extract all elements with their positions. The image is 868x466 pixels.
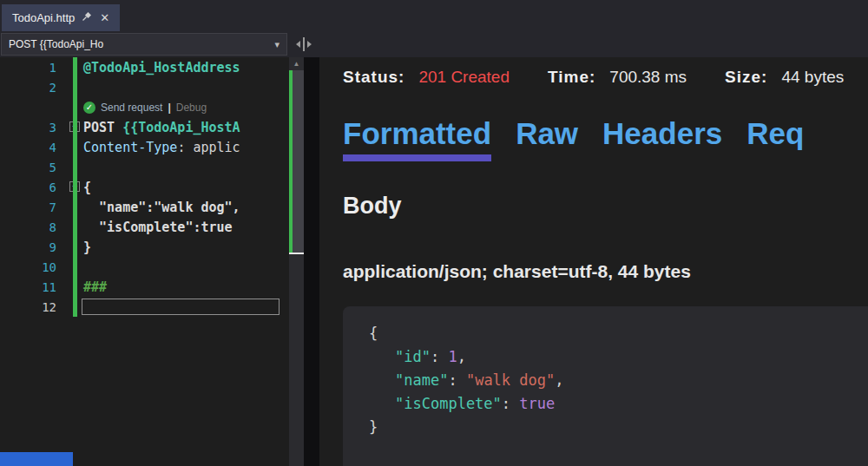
close-icon[interactable]: ✕	[98, 11, 111, 24]
pane-splitter[interactable]	[304, 57, 319, 466]
json-body-text: "name":"walk dog",	[83, 200, 240, 215]
http-variable-ref: {{TodoApi_HostA	[122, 120, 240, 135]
snippet-field-box[interactable]	[82, 299, 279, 315]
line-number: 1	[0, 61, 68, 75]
http-method: POST	[83, 120, 122, 135]
tab-raw[interactable]: Raw	[516, 116, 578, 161]
response-tabs: Formatted Raw Headers Req	[343, 116, 868, 161]
document-tab-bar: TodoApi.http ✕	[0, 0, 868, 31]
editor-line-8[interactable]: 8 "isComplete":true	[0, 217, 289, 237]
editor-line-11[interactable]: 11 ###	[0, 277, 289, 297]
size-label: Size:	[725, 68, 767, 87]
editor-line-12[interactable]: 12	[0, 297, 289, 317]
json-line: "id": 1,	[369, 345, 859, 369]
http-header-value: : applic	[177, 140, 240, 155]
editor-scrollbar[interactable]: ▲	[289, 57, 304, 466]
bottom-left-blue-block	[0, 452, 73, 466]
http-variable: @TodoApi_HostAddress	[83, 60, 240, 75]
editor-line-5[interactable]: 5	[0, 157, 289, 177]
editor-line-4[interactable]: 4 Content-Type: applic	[0, 137, 289, 157]
editor-line-3[interactable]: 3 − POST {{TodoApi_HostA	[0, 117, 289, 137]
scrollbar-change-annotation	[289, 70, 293, 253]
scroll-up-icon[interactable]: ▲	[289, 57, 304, 70]
document-tab-todoapi[interactable]: TodoApi.http ✕	[2, 4, 120, 31]
request-selector-dropdown[interactable]: POST {{TodoApi_Ho ▾	[1, 33, 287, 56]
json-string: "walk dog"	[466, 371, 555, 389]
response-json-block: { "id": 1, "name": "walk dog", "isComple…	[343, 306, 868, 466]
debug-link[interactable]: Debug	[176, 102, 207, 114]
visual-studio-window: TodoApi.http ✕ POST {{TodoApi_Ho ▾	[0, 0, 868, 466]
split-bar	[303, 37, 305, 51]
line-number: 2	[0, 81, 68, 95]
line-number: 3	[0, 121, 68, 135]
json-number: 1	[448, 348, 457, 365]
json-body-text: "isComplete":true	[83, 220, 233, 235]
status-value: 201 Created	[418, 68, 510, 87]
json-line: {	[369, 322, 859, 345]
editor-line-10[interactable]: 10	[0, 257, 289, 277]
size-value: 44 bytes	[781, 68, 844, 87]
editor-toolbar: POST {{TodoApi_Ho ▾	[0, 31, 868, 57]
split-arrow-right	[307, 41, 312, 48]
json-line: "isComplete": true	[369, 392, 859, 416]
document-tab-label: TodoApi.http	[12, 11, 75, 24]
editor-line-1[interactable]: 1 @TodoApi_HostAddress	[0, 57, 289, 77]
line-number: 7	[0, 200, 68, 214]
line-number: 4	[0, 141, 68, 154]
line-number: 11	[0, 280, 68, 294]
codelens-row: ✓ Send request | Debug	[0, 97, 289, 117]
codelens-separator: |	[168, 102, 170, 114]
time-value: 700.38 ms	[609, 68, 687, 87]
editor-line-9[interactable]: 9 }	[0, 237, 289, 257]
json-line: "name": "walk dog",	[369, 369, 859, 392]
editor-line-6[interactable]: 6 − {	[0, 177, 289, 197]
changed-lines-bar	[73, 57, 77, 317]
json-key: "name"	[395, 371, 448, 389]
request-delimiter: ###	[83, 279, 107, 295]
send-request-link[interactable]: Send request	[101, 102, 162, 114]
split-arrow-left	[296, 41, 300, 48]
request-success-check-icon: ✓	[83, 102, 95, 114]
response-status-row: Status: 201 Created Time: 700.38 ms Size…	[343, 68, 868, 87]
json-key: "isComplete"	[395, 395, 502, 412]
pin-icon[interactable]	[82, 11, 91, 24]
line-number: 10	[0, 260, 68, 274]
chevron-down-icon: ▾	[274, 39, 279, 50]
content-type-meta: application/json; charset=utf-8, 44 byte…	[343, 261, 868, 282]
line-number: 9	[0, 240, 68, 254]
response-pane: Status: 201 Created Time: 700.38 ms Size…	[319, 57, 868, 466]
scrollbar-caret-marker	[289, 253, 304, 254]
code-editor[interactable]: 1 @TodoApi_HostAddress 2 ✓ Send request …	[0, 57, 289, 466]
line-number-current: 12	[0, 300, 68, 314]
tab-headers[interactable]: Headers	[602, 116, 722, 161]
editor-line-2[interactable]: 2	[0, 77, 289, 97]
time-label: Time:	[548, 68, 595, 87]
tab-formatted[interactable]: Formatted	[343, 116, 491, 161]
status-label: Status:	[343, 68, 404, 87]
line-number: 6	[0, 180, 68, 194]
main-split: 1 @TodoApi_HostAddress 2 ✓ Send request …	[0, 57, 868, 466]
tab-request[interactable]: Req	[746, 116, 804, 161]
header-band: TodoApi.http ✕ POST {{TodoApi_Ho ▾	[0, 0, 868, 57]
json-line: }	[369, 416, 859, 439]
line-number: 5	[0, 161, 68, 174]
json-boolean: true	[519, 395, 555, 412]
body-heading: Body	[343, 193, 868, 220]
editor-line-7[interactable]: 7 "name":"walk dog",	[0, 197, 289, 217]
http-header-name: Content-Type	[83, 140, 177, 155]
line-number: 8	[0, 220, 68, 234]
json-key: "id"	[395, 348, 431, 365]
split-editor-icon[interactable]	[294, 36, 313, 52]
request-selector-value: POST {{TodoApi_Ho	[9, 38, 103, 50]
